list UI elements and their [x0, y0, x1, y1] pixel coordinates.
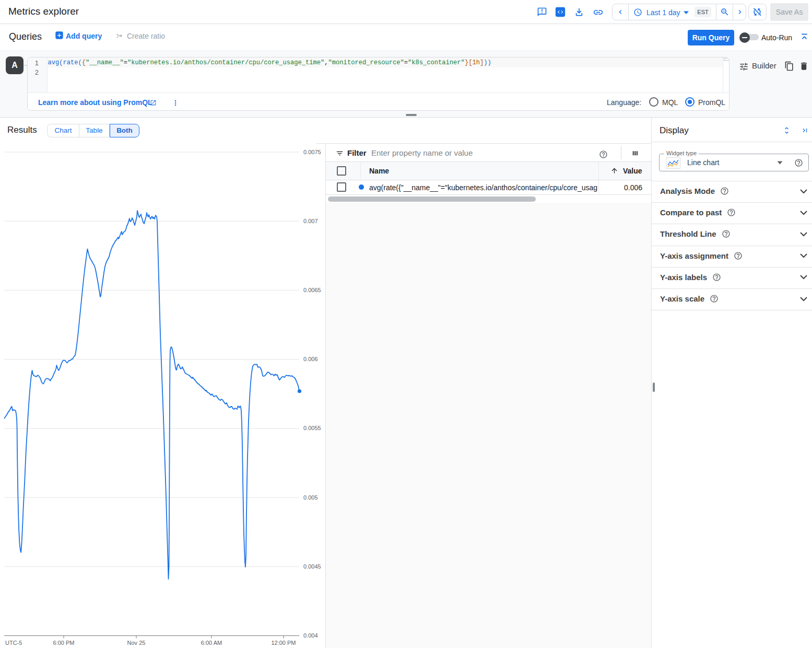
- svg-text:UTC-5: UTC-5: [5, 640, 22, 646]
- svg-text:0.006: 0.006: [303, 356, 318, 362]
- svg-text:6:00 PM: 6:00 PM: [53, 640, 75, 646]
- svg-text:0.0045: 0.0045: [303, 563, 321, 570]
- svg-text:0.0075: 0.0075: [303, 149, 321, 155]
- svg-text:0.0055: 0.0055: [303, 425, 321, 431]
- svg-text:0.005: 0.005: [303, 494, 318, 501]
- svg-text:Nov 25: Nov 25: [127, 640, 146, 646]
- svg-text:12:00 PM: 12:00 PM: [271, 640, 296, 646]
- svg-text:0.004: 0.004: [303, 632, 318, 639]
- svg-text:0.0065: 0.0065: [303, 287, 321, 293]
- svg-text:6:00 AM: 6:00 AM: [201, 640, 222, 646]
- svg-text:0.007: 0.007: [303, 218, 318, 224]
